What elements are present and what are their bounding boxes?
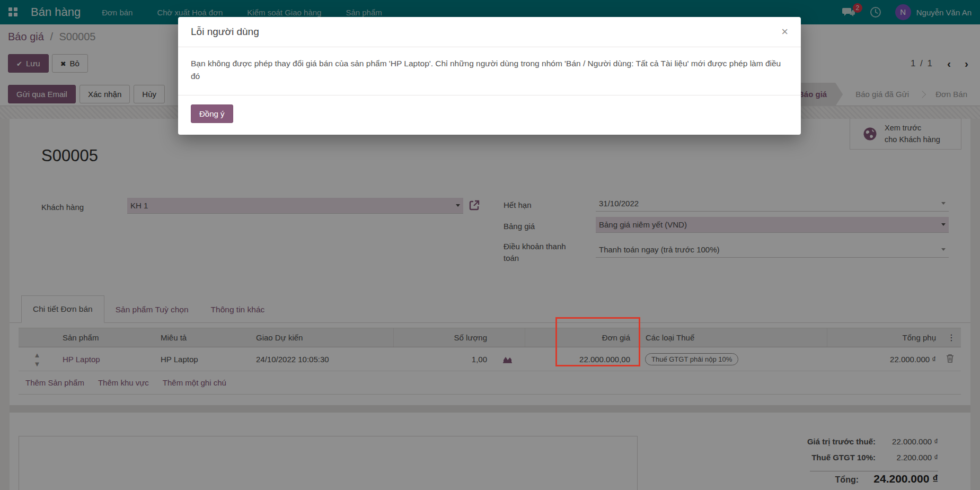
dialog-body: Bạn không được phép thay đổi giá bán của… (178, 47, 801, 95)
dialog-header: Lỗi người dùng × (178, 17, 801, 47)
user-error-dialog: Lỗi người dùng × Bạn không được phép tha… (178, 17, 801, 135)
close-icon[interactable]: × (781, 26, 788, 38)
dialog-title: Lỗi người dùng (191, 26, 259, 38)
dialog-footer: Đồng ý (178, 95, 801, 135)
ok-button[interactable]: Đồng ý (191, 104, 233, 123)
page: Bán hàng Đơn bán Chờ xuất Hoá đơn Kiểm s… (0, 0, 980, 490)
